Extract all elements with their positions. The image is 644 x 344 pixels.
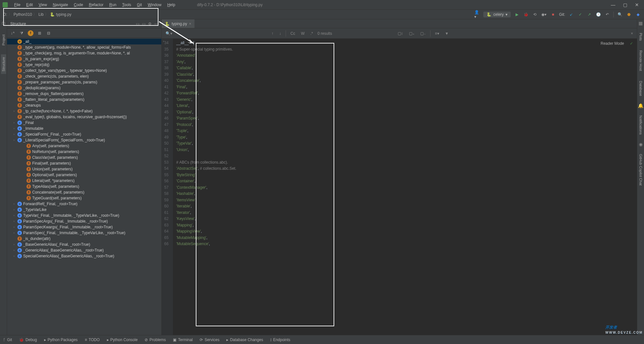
breadcrumb-segment[interactable]: Lib xyxy=(38,12,43,17)
bottom-tab-python-console[interactable]: ▸Python Console xyxy=(107,338,138,342)
copilot-icon[interactable]: ◉ xyxy=(639,142,643,147)
structure-item[interactable]: ›c_SpecialForm(_Final, _root=True) xyxy=(7,131,161,137)
prev-match-icon[interactable]: ↑ xyxy=(270,31,275,36)
structure-item[interactable]: ›c_LiteralSpecialForm(_SpecialForm, _roo… xyxy=(7,137,161,143)
bottom-tab-endpoints[interactable]: ⟟Endpoints xyxy=(270,338,290,342)
structure-item[interactable]: fFinal(self, parameters) xyxy=(7,160,161,166)
structure-item[interactable]: v_all_ xyxy=(7,39,161,44)
close-icon[interactable]: ✕ xyxy=(635,2,639,7)
structure-item[interactable]: ›cParamSpecArgs(_Final, _Immutable, _roo… xyxy=(7,218,161,224)
structure-item[interactable]: f_remove_dups_flatten(parameters) xyxy=(7,91,161,97)
tool-tab-copilot[interactable]: GitHub Copilot Chat xyxy=(638,151,643,188)
tool-tab-notifications[interactable]: Notifications xyxy=(638,113,643,137)
git-history-icon[interactable]: 🕓 xyxy=(595,12,601,17)
sort-alpha-icon[interactable]: ↓ᴬ xyxy=(10,30,15,36)
plots-icon[interactable]: ▦ xyxy=(639,21,643,26)
collapse-icon[interactable]: ▭ xyxy=(142,22,146,26)
menu-code[interactable]: Code xyxy=(71,1,86,8)
structure-item[interactable]: fClassVar(self, parameters) xyxy=(7,155,161,160)
tool-tab-plots[interactable]: Plots xyxy=(638,30,643,43)
structure-item[interactable]: ›c_Final xyxy=(7,120,161,126)
search-glass-icon[interactable]: 🔍▾ xyxy=(164,31,174,36)
remove-selection-icon[interactable]: ▢₋ xyxy=(419,31,427,36)
maximize-icon[interactable]: ▢ xyxy=(623,2,627,7)
expand-icon[interactable]: ▭ xyxy=(136,22,139,26)
structure-item[interactable]: f_deduplicate(params) xyxy=(7,85,161,91)
search-input[interactable] xyxy=(177,31,267,36)
structure-item[interactable]: ›cSpecialGenericAlias(_BaseGenericAlias,… xyxy=(7,253,161,259)
show-inherited-icon[interactable]: ⊞ xyxy=(37,30,43,36)
profile-icon[interactable]: ◉▾ xyxy=(541,12,547,17)
structure-item[interactable]: f_prepare_paramspec_params(cls, params) xyxy=(7,79,161,85)
structure-item[interactable]: f_eval_type(t, globalns, localns, recurs… xyxy=(7,114,161,120)
git-push-icon[interactable]: ↗ xyxy=(586,12,592,17)
tab-typing-py[interactable]: 🐍 typing.py × xyxy=(162,19,194,28)
structure-item[interactable]: ›f_tp_cache(func=None, /, *, typed=False… xyxy=(7,108,161,114)
inspection-ok-icon[interactable]: ✓ xyxy=(630,41,633,46)
autoscroll-icon[interactable]: ⊟ xyxy=(46,30,52,36)
menu-edit[interactable]: Edit xyxy=(24,1,35,8)
structure-item[interactable]: fTypeAlias(self, parameters) xyxy=(7,184,161,189)
stop-icon[interactable]: ■ xyxy=(550,12,556,17)
menu-refactor[interactable]: Refactor xyxy=(86,1,106,8)
run-icon[interactable]: ▶ xyxy=(514,12,520,17)
debug-icon[interactable]: 🐞 xyxy=(523,12,529,17)
structure-item[interactable]: fNoReturn(self, parameters) xyxy=(7,149,161,155)
menu-tools[interactable]: Tools xyxy=(119,1,134,8)
tool-tab-remote-host[interactable]: Remote Host xyxy=(638,48,643,73)
ide-settings-icon[interactable]: ⬣ xyxy=(626,12,632,17)
breadcrumb-segment[interactable]: Python310 xyxy=(14,12,32,17)
tool-tab-structure[interactable]: Structure xyxy=(1,54,6,74)
structure-item[interactable]: ›cForwardRef(_Final, _root=True) xyxy=(7,201,161,207)
menu-run[interactable]: Run xyxy=(107,1,119,8)
select-all-icon[interactable]: ▢↕ xyxy=(396,31,404,36)
structure-item[interactable]: fTypeGuard(self, parameters) xyxy=(7,195,161,201)
minimize-icon[interactable]: — xyxy=(611,2,615,7)
bottom-tab-terminal[interactable]: ▣Terminal xyxy=(173,338,193,342)
structure-item[interactable]: f_type_convert(arg, module=None, *, allo… xyxy=(7,44,161,50)
bottom-tab-problems[interactable]: ⊘Problems xyxy=(145,338,166,342)
structure-item[interactable]: f_type_repr(obj) xyxy=(7,62,161,68)
code-editor[interactable]: * 34353637383940414243444546474849505152… xyxy=(162,39,637,335)
tool-tab-database[interactable]: Database xyxy=(638,78,643,99)
structure-item[interactable]: ›c_Immutable xyxy=(7,126,161,131)
project-folder-icon[interactable]: 🗀 xyxy=(1,21,5,25)
next-match-icon[interactable]: ↓ xyxy=(278,31,282,36)
words-icon[interactable]: W xyxy=(300,31,306,36)
gear-icon[interactable]: ⚙ xyxy=(148,22,152,26)
structure-item[interactable]: ›cParamSpec(_Final, _Immutable, _TypeVar… xyxy=(7,230,161,236)
tool-tab-project[interactable]: Project xyxy=(1,32,6,48)
git-update-icon[interactable]: ↙ xyxy=(568,12,574,17)
code-content[interactable]: __all__ = [ # Super-special typing primi… xyxy=(173,39,240,335)
sync-icon[interactable]: ◆ xyxy=(635,12,641,17)
close-search-icon[interactable]: × xyxy=(630,31,634,36)
menu-window[interactable]: Window xyxy=(145,1,164,8)
search-icon[interactable]: 🔍 xyxy=(617,12,623,17)
structure-item[interactable]: f_collect_type_vars(types_, typevar_type… xyxy=(7,68,161,73)
run-coverage-icon[interactable]: ⟲ xyxy=(532,12,538,17)
structure-item[interactable]: f_cleanups xyxy=(7,102,161,108)
bottom-tab-database-changes[interactable]: ▸Database Changes xyxy=(226,338,263,342)
bottom-tab-python-packages[interactable]: ▸Python Packages xyxy=(44,338,78,342)
user-icon[interactable]: 👤▾ xyxy=(474,12,480,17)
regex-icon[interactable]: .* xyxy=(309,31,314,36)
structure-item[interactable]: fOptional(self, parameters) xyxy=(7,172,161,178)
bottom-tab-services[interactable]: ⟳Services xyxy=(200,338,219,342)
git-rollback-icon[interactable]: ↶ xyxy=(604,12,610,17)
filter-settings-icon[interactable]: ≡▾ xyxy=(434,31,440,36)
filter-icon[interactable]: ⧩ xyxy=(19,30,24,36)
add-selection-icon[interactable]: ▢₊ xyxy=(408,31,416,36)
menu-git[interactable]: Git xyxy=(134,1,144,8)
structure-item[interactable]: ›cTypeVar(_Final, _Immutable, _TypeVarLi… xyxy=(7,213,161,218)
structure-tree[interactable]: v_all_f_type_convert(arg, module=None, *… xyxy=(7,38,161,335)
hide-icon[interactable]: — xyxy=(154,22,158,26)
structure-item[interactable]: ›c_GenericAlias(_BaseGenericAlias, _root… xyxy=(7,247,161,253)
menu-view[interactable]: View xyxy=(36,1,50,8)
menu-navigate[interactable]: Navigate xyxy=(50,1,71,8)
bottom-tab-git[interactable]: ᚶGit xyxy=(3,338,12,342)
structure-item[interactable]: fAny(self, parameters) xyxy=(7,143,161,149)
bottom-tab-debug[interactable]: 🐞Debug xyxy=(19,338,37,342)
structure-item[interactable]: fConcatenate(self, parameters) xyxy=(7,189,161,195)
git-commit-icon[interactable]: ✓ xyxy=(577,12,583,17)
breadcrumb-segment[interactable]: D: xyxy=(3,12,7,17)
